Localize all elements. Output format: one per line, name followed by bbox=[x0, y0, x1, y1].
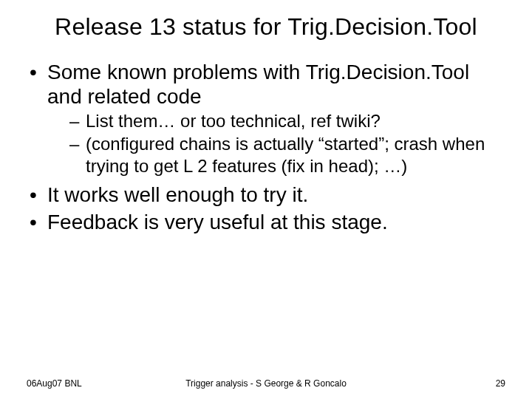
sub-bullet-text: List them… or too technical, ref twiki? bbox=[86, 111, 381, 131]
sub-bullet-list: List them… or too technical, ref twiki? … bbox=[47, 110, 505, 177]
sub-bullet-item: List them… or too technical, ref twiki? bbox=[47, 110, 505, 132]
slide: Release 13 status for Trig.Decision.Tool… bbox=[0, 0, 532, 399]
sub-bullet-item: (configured chains is actually “started”… bbox=[47, 133, 505, 177]
bullet-item: Feedback is very useful at this stage. bbox=[27, 210, 505, 234]
bullet-item: It works well enough to try it. bbox=[27, 183, 505, 207]
footer-center: Trigger analysis - S George & R Goncalo bbox=[0, 378, 532, 389]
bullet-list: Some known problems with Trig.Decision.T… bbox=[27, 60, 505, 234]
sub-bullet-text: (configured chains is actually “started”… bbox=[86, 134, 485, 175]
slide-title: Release 13 status for Trig.Decision.Tool bbox=[27, 13, 505, 41]
bullet-text: Feedback is very useful at this stage. bbox=[47, 211, 388, 233]
bullet-text: Some known problems with Trig.Decision.T… bbox=[47, 61, 469, 108]
bullet-item: Some known problems with Trig.Decision.T… bbox=[27, 60, 505, 177]
bullet-text: It works well enough to try it. bbox=[47, 183, 308, 206]
footer-page-number: 29 bbox=[496, 378, 505, 389]
